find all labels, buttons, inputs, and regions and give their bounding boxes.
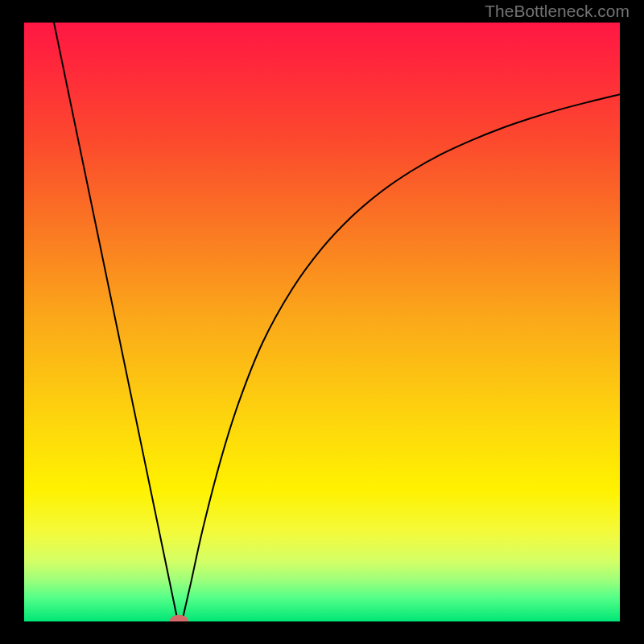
chart-svg bbox=[24, 23, 620, 621]
watermark-text: TheBottleneck.com bbox=[485, 2, 630, 21]
chart-frame: TheBottleneck.com bbox=[0, 0, 644, 644]
chart-plot-area bbox=[24, 23, 620, 621]
gradient-background bbox=[24, 23, 620, 621]
